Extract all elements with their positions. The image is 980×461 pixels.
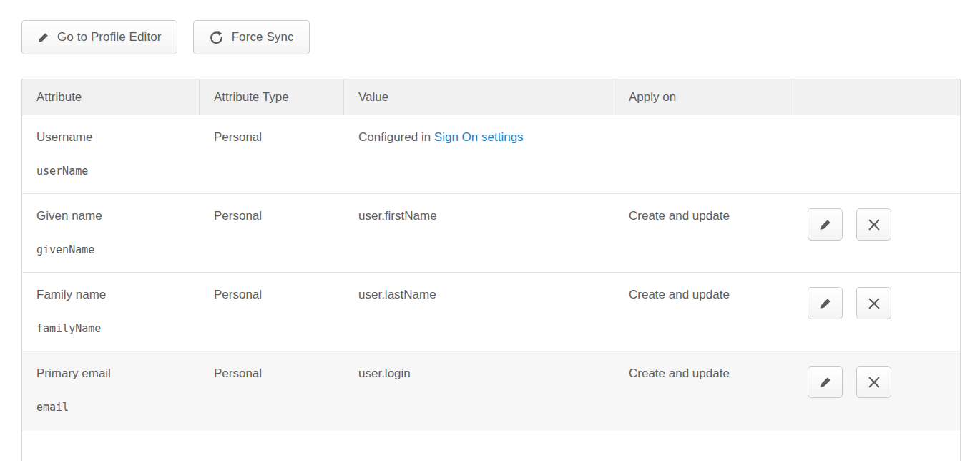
attribute-label: Given name bbox=[36, 208, 192, 225]
value-cell: user.firstName bbox=[344, 194, 614, 273]
attribute-variable-name: givenName bbox=[36, 243, 192, 257]
attribute-variable-name: userName bbox=[36, 164, 192, 178]
actions-cell bbox=[793, 273, 960, 351]
actions-cell bbox=[793, 194, 960, 273]
attribute-variable-name: email bbox=[36, 400, 192, 414]
table-row-partial bbox=[22, 430, 960, 461]
table-row: Family name familyName Personal user.las… bbox=[22, 273, 960, 351]
edit-attribute-button[interactable] bbox=[808, 287, 843, 319]
attribute-variable-name: familyName bbox=[36, 321, 192, 336]
value-prefix-text: Configured in bbox=[358, 130, 434, 144]
force-sync-label: Force Sync bbox=[232, 30, 294, 44]
attribute-cell: Username userName bbox=[22, 115, 200, 194]
attribute-type-value: Personal bbox=[214, 208, 337, 225]
apply-on-cell: Create and update bbox=[614, 273, 793, 351]
apply-on-cell: Create and update bbox=[614, 351, 793, 430]
attribute-value: user.login bbox=[358, 365, 607, 382]
edit-attribute-button[interactable] bbox=[808, 208, 843, 241]
apply-on-value: Create and update bbox=[629, 286, 786, 304]
attribute-value: Configured in Sign On settings bbox=[358, 129, 607, 146]
x-icon bbox=[868, 219, 880, 230]
column-header-attribute: Attribute bbox=[22, 79, 200, 115]
go-to-profile-editor-button[interactable]: Go to Profile Editor bbox=[21, 20, 177, 54]
column-header-apply-on: Apply on bbox=[614, 79, 793, 115]
column-header-actions bbox=[793, 79, 960, 115]
edit-attribute-button[interactable] bbox=[808, 366, 843, 398]
value-cell: user.lastName bbox=[344, 273, 614, 351]
pencil-icon bbox=[37, 31, 49, 44]
pencil-icon bbox=[819, 376, 832, 389]
attribute-value: user.firstName bbox=[358, 208, 607, 225]
apply-on-value: Create and update bbox=[629, 208, 786, 225]
value-cell: user.login bbox=[344, 351, 614, 430]
attribute-mappings-table: Attribute Attribute Type Value Apply on … bbox=[21, 79, 961, 461]
attribute-type-cell: Personal bbox=[200, 351, 344, 430]
attribute-label: Username bbox=[36, 129, 192, 146]
sign-on-settings-link[interactable]: Sign On settings bbox=[434, 130, 524, 144]
pencil-icon bbox=[819, 218, 832, 231]
attribute-type-value: Personal bbox=[214, 129, 337, 146]
attribute-type-cell: Personal bbox=[200, 115, 344, 194]
delete-attribute-button[interactable] bbox=[856, 208, 891, 241]
attribute-value: user.lastName bbox=[358, 286, 607, 304]
attribute-cell: Primary email email bbox=[22, 351, 200, 430]
delete-attribute-button[interactable] bbox=[856, 287, 891, 319]
value-cell: Configured in Sign On settings bbox=[344, 115, 614, 194]
actions-cell bbox=[793, 115, 960, 194]
x-icon bbox=[868, 377, 880, 388]
delete-attribute-button[interactable] bbox=[856, 366, 891, 398]
attribute-label: Primary email bbox=[36, 365, 192, 382]
apply-on-cell bbox=[614, 115, 793, 194]
table-row: Given name givenName Personal user.first… bbox=[22, 194, 960, 273]
apply-on-value: Create and update bbox=[629, 365, 786, 382]
table-row: Primary email email Personal user.login … bbox=[22, 351, 960, 430]
attribute-type-cell: Personal bbox=[200, 194, 344, 273]
go-to-profile-editor-label: Go to Profile Editor bbox=[57, 30, 162, 44]
refresh-icon bbox=[209, 30, 224, 45]
force-sync-button[interactable]: Force Sync bbox=[193, 20, 310, 54]
column-header-attribute-type: Attribute Type bbox=[200, 79, 344, 115]
pencil-icon bbox=[819, 297, 832, 310]
attribute-type-cell: Personal bbox=[200, 273, 344, 351]
x-icon bbox=[868, 298, 880, 309]
table-header-row: Attribute Attribute Type Value Apply on bbox=[22, 79, 960, 115]
attribute-cell: Given name givenName bbox=[22, 194, 200, 273]
attribute-label: Family name bbox=[36, 286, 192, 304]
attribute-type-value: Personal bbox=[214, 365, 337, 382]
attribute-mappings-page: Go to Profile Editor Force Sync Attribut… bbox=[0, 0, 980, 461]
apply-on-cell: Create and update bbox=[614, 194, 793, 273]
attribute-type-value: Personal bbox=[214, 286, 337, 304]
attribute-cell: Family name familyName bbox=[22, 273, 200, 351]
column-header-value: Value bbox=[344, 79, 614, 115]
table-row: Username userName Personal Configured in… bbox=[22, 115, 960, 194]
toolbar: Go to Profile Editor Force Sync bbox=[21, 20, 961, 54]
actions-cell bbox=[793, 351, 960, 430]
